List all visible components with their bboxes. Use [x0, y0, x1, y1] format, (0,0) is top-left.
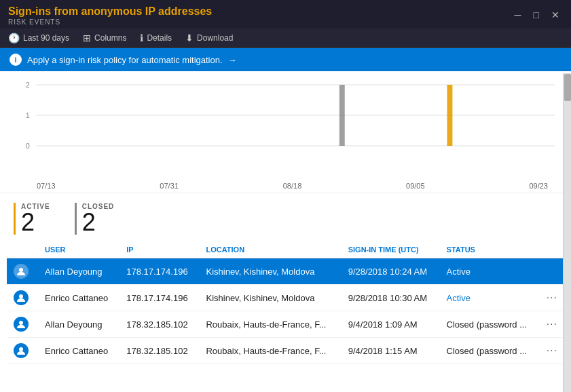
ip-address: 178.17.174.196	[119, 285, 199, 311]
columns-label: Columns	[94, 33, 126, 43]
window-controls[interactable]: ─ □ ✕	[511, 8, 563, 22]
table-body: Allan Deyoung 178.17.174.196 Kishinev, K…	[7, 258, 564, 364]
x-label-1: 07/13	[37, 182, 56, 190]
table-header: USER IP LOCATION SIGN-IN TIME (UTC) STAT…	[7, 241, 564, 258]
subtitle: RISK EVENTS	[8, 18, 212, 26]
user-name: Allan Deyoung	[38, 311, 119, 338]
info-banner: i Apply a sign-in risk policy for automa…	[0, 48, 571, 71]
columns-icon: ⊞	[83, 33, 91, 43]
signin-time: 9/4/2018 1:15 AM	[342, 338, 440, 364]
title-highlight: anonymous IP addresses	[81, 5, 213, 17]
table-row[interactable]: Enrico Cattaneo 178.32.185.102 Roubaix, …	[7, 338, 564, 364]
table-row[interactable]: Enrico Cattaneo 178.17.174.196 Kishinev,…	[7, 285, 564, 311]
location: Roubaix, Hauts-de-France, F...	[199, 311, 341, 338]
location: Roubaix, Hauts-de-France, F...	[199, 338, 341, 364]
details-button[interactable]: ℹ Details	[140, 33, 172, 43]
events-table: USER IP LOCATION SIGN-IN TIME (UTC) STAT…	[7, 241, 564, 364]
svg-point-11	[19, 347, 23, 351]
active-value: 2	[21, 210, 50, 235]
status-cell: Active	[440, 258, 540, 285]
svg-point-10	[19, 321, 23, 325]
svg-rect-6	[339, 85, 345, 146]
svg-text:2: 2	[26, 81, 30, 89]
columns-button[interactable]: ⊞ Columns	[83, 33, 126, 43]
th-user: USER	[38, 241, 119, 258]
download-icon: ⬇	[185, 33, 194, 43]
signin-time: 9/28/2018 10:30 AM	[342, 285, 440, 311]
user-name: Enrico Cattaneo	[38, 338, 119, 364]
user-name: Enrico Cattaneo	[38, 285, 119, 311]
active-stat: ACTIVE 2	[14, 203, 64, 235]
download-button[interactable]: ⬇ Download	[185, 33, 233, 43]
last90days-label: Last 90 days	[23, 33, 69, 43]
row-menu-cell[interactable]: ···	[540, 311, 564, 338]
svg-point-8	[19, 268, 23, 272]
th-location: LOCATION	[199, 241, 341, 258]
minimize-button[interactable]: ─	[511, 8, 525, 22]
toolbar: 🕐 Last 90 days ⊞ Columns ℹ Details ⬇ Dow…	[0, 28, 571, 48]
ip-address: 178.32.185.102	[119, 311, 199, 338]
th-icon	[7, 241, 38, 258]
closed-stat: CLOSED 2	[75, 203, 128, 235]
x-label-2: 07/31	[160, 182, 179, 190]
status-cell: Active	[440, 285, 540, 311]
scrollbar[interactable]	[563, 73, 571, 392]
status-cell: Closed (password ...	[440, 338, 540, 364]
svg-rect-7	[447, 85, 452, 146]
titlebar-left: Sign-ins from anonymous IP addresses RIS…	[8, 5, 212, 26]
th-ip: IP	[119, 241, 199, 258]
title-prefix: Sign-ins from	[8, 5, 81, 17]
last90days-button[interactable]: 🕐 Last 90 days	[8, 33, 69, 43]
scrollbar-thumb[interactable]	[564, 74, 571, 101]
row-menu-cell[interactable]: ···	[540, 338, 564, 364]
closed-value: 2	[82, 210, 115, 235]
location: Kishinev, Kishinev, Moldova	[199, 258, 341, 285]
th-signin-time: SIGN-IN TIME (UTC)	[342, 241, 440, 258]
maximize-button[interactable]: □	[530, 8, 542, 22]
info-circle-icon: i	[10, 54, 22, 66]
user-name: Allan Deyoung	[38, 258, 119, 285]
download-label: Download	[197, 33, 233, 43]
titlebar: Sign-ins from anonymous IP addresses RIS…	[0, 0, 571, 28]
window-title: Sign-ins from anonymous IP addresses	[8, 5, 212, 18]
ip-address: 178.17.174.196	[119, 258, 199, 285]
svg-text:0: 0	[26, 142, 30, 150]
row-menu-cell[interactable]: ···	[540, 285, 564, 311]
row-menu-button[interactable]: ···	[547, 318, 557, 330]
chart-x-labels: 07/13 07/31 08/18 09/05 09/23	[10, 182, 561, 190]
user-icon-cell	[7, 311, 38, 338]
x-label-5: 09/23	[529, 182, 548, 190]
banner-arrow[interactable]: →	[228, 55, 237, 65]
user-icon-cell	[7, 258, 38, 285]
svg-point-9	[19, 294, 23, 298]
stats-row: ACTIVE 2 CLOSED 2	[0, 193, 571, 241]
row-menu-button[interactable]: ···	[547, 292, 557, 303]
user-avatar	[14, 264, 29, 279]
user-avatar	[14, 290, 29, 305]
x-label-3: 08/18	[283, 182, 302, 190]
row-menu-cell	[540, 258, 564, 285]
user-icon-cell	[7, 338, 38, 364]
table-row[interactable]: Allan Deyoung 178.17.174.196 Kishinev, K…	[7, 258, 564, 285]
user-avatar	[14, 317, 29, 332]
ip-address: 178.32.185.102	[119, 338, 199, 364]
th-status: STATUS	[440, 241, 540, 258]
status-cell: Closed (password ...	[440, 311, 540, 338]
signin-time: 9/4/2018 1:09 AM	[342, 311, 440, 338]
table-row[interactable]: Allan Deyoung 178.32.185.102 Roubaix, Ha…	[7, 311, 564, 338]
row-menu-button[interactable]: ···	[547, 345, 557, 356]
user-icon-cell	[7, 285, 38, 311]
chart-svg: 2 1 0	[10, 78, 561, 180]
svg-text:1: 1	[26, 111, 30, 119]
table-container: USER IP LOCATION SIGN-IN TIME (UTC) STAT…	[0, 241, 571, 364]
signin-time: 9/28/2018 10:24 AM	[342, 258, 440, 285]
close-button[interactable]: ✕	[548, 8, 563, 22]
th-actions	[540, 241, 564, 258]
location: Kishinev, Kishinev, Moldova	[199, 285, 341, 311]
chart-area: 2 1 0 07/13 07/31 08/18 09/05 09/23	[0, 71, 571, 193]
user-avatar	[14, 343, 29, 358]
banner-text: Apply a sign-in risk policy for automati…	[27, 55, 223, 65]
info-icon: ℹ	[140, 33, 143, 43]
details-label: Details	[147, 33, 172, 43]
clock-icon: 🕐	[8, 33, 20, 43]
